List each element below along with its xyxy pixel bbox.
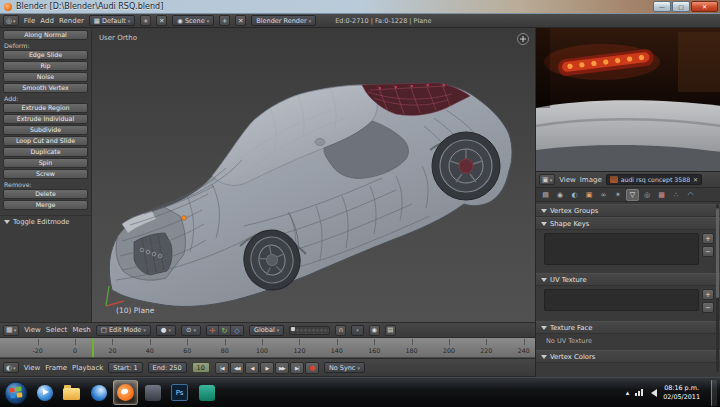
timeline-menu-playback[interactable]: Playback xyxy=(72,364,103,372)
panel-vertex-colors[interactable]: Vertex Colors xyxy=(536,350,720,363)
orientation-selector[interactable]: Global▾ xyxy=(249,325,284,336)
uv-texture-list[interactable] xyxy=(544,289,699,311)
tool-edge-slide[interactable]: Edge Slide xyxy=(3,50,88,60)
tool-extrude-individual[interactable]: Extrude Individual xyxy=(3,114,88,124)
render-opengl-icon[interactable]: ◉ xyxy=(369,325,380,336)
tab-constraints-icon[interactable]: ∞ xyxy=(597,189,610,201)
taskbar-app-viewer[interactable] xyxy=(140,380,165,405)
end-frame-field[interactable]: End: 250 xyxy=(148,362,187,373)
image-editor-type-icon[interactable]: ▣▾ xyxy=(539,174,555,185)
timeline-menu-view[interactable]: View xyxy=(24,364,41,372)
tab-physics-icon[interactable]: ◠ xyxy=(684,189,697,201)
close-button[interactable]: ✕ xyxy=(691,1,718,12)
3d-viewport[interactable]: User Ortho (10) Plane xyxy=(92,28,535,322)
jump-to-start-button[interactable]: |◀ xyxy=(215,362,229,374)
render-engine-selector[interactable]: Blender Render▾ xyxy=(251,15,316,26)
panel-scrollbar[interactable] xyxy=(716,204,719,372)
uv-remove-button[interactable]: − xyxy=(702,302,714,313)
show-desktop-button[interactable] xyxy=(711,380,717,406)
layout-delete-button[interactable]: ✕ xyxy=(156,15,167,26)
tab-particles-icon[interactable]: ∴ xyxy=(670,189,683,201)
tab-texture-icon[interactable]: ▩ xyxy=(655,189,668,201)
record-button[interactable]: ● xyxy=(305,362,319,374)
timeline-ruler[interactable]: -20 0 20 40 60 80 100 120 140 160 180 20… xyxy=(0,338,535,358)
current-frame-indicator[interactable] xyxy=(92,338,94,358)
taskbar-app-browser[interactable] xyxy=(86,380,111,405)
info-editor-type-icon[interactable]: ◎▾ xyxy=(3,15,19,26)
scene-selector[interactable]: ◉Scene▾ xyxy=(172,15,214,26)
panel-shape-keys[interactable]: Shape Keys xyxy=(536,217,720,230)
jump-to-end-button[interactable]: ▶| xyxy=(290,362,304,374)
start-frame-field[interactable]: Start: 1 xyxy=(108,362,142,373)
tab-object-data-icon[interactable]: ▽ xyxy=(626,189,639,201)
unlink-icon[interactable]: ✕ xyxy=(693,176,698,183)
tool-duplicate[interactable]: Duplicate xyxy=(3,147,88,157)
taskbar-app-photoshop[interactable]: Ps xyxy=(167,380,192,405)
tool-along-normal[interactable]: Along Normal xyxy=(3,30,88,40)
prev-keyframe-button[interactable]: ◀◀ xyxy=(230,362,244,374)
timeline-editor-type-icon[interactable]: ◐▾ xyxy=(3,362,19,373)
taskbar-app-explorer[interactable] xyxy=(59,380,84,405)
scale-manipulator-icon[interactable]: ◇ xyxy=(231,326,243,335)
view3d-menu-mesh[interactable]: Mesh xyxy=(72,326,90,334)
taskbar-app-blender[interactable] xyxy=(113,380,138,405)
scene-delete-button[interactable]: ✕ xyxy=(235,15,246,26)
window-titlebar[interactable]: Blender [D:\Blender\Audi RSQ.blend] — ▢ … xyxy=(0,0,720,14)
shape-keys-list[interactable] xyxy=(544,233,699,265)
tool-extrude-region[interactable]: Extrude Region xyxy=(3,103,88,113)
image-datablock-field[interactable]: audi rsq concept 3588 ✕ xyxy=(606,174,702,185)
rotate-manipulator-icon[interactable]: ↻ xyxy=(219,326,231,335)
menu-add[interactable]: Add xyxy=(40,17,54,25)
tool-subdivide[interactable]: Subdivide xyxy=(3,125,88,135)
network-icon[interactable] xyxy=(635,388,645,397)
tab-scene-icon[interactable]: ◉ xyxy=(554,189,567,201)
timeline-menu-frame[interactable]: Frame xyxy=(45,364,67,372)
tool-loop-cut[interactable]: Loop Cut and Slide xyxy=(3,136,88,146)
snap-magnet-icon[interactable]: ∩ xyxy=(335,325,346,336)
image-menu-view[interactable]: View xyxy=(559,176,576,184)
taskbar-app-utility[interactable] xyxy=(194,380,219,405)
current-frame-field[interactable]: 10 xyxy=(192,362,210,373)
viewport-canvas[interactable] xyxy=(92,28,535,322)
tool-spin[interactable]: Spin xyxy=(3,158,88,168)
shape-key-add-button[interactable]: + xyxy=(702,233,714,244)
layers-widget[interactable] xyxy=(289,326,330,335)
next-keyframe-button[interactable]: ▶▶ xyxy=(275,362,289,374)
tab-render-icon[interactable]: ▤ xyxy=(539,189,552,201)
tool-screw[interactable]: Screw xyxy=(3,169,88,179)
pivot-point-selector[interactable]: ⊙▾ xyxy=(181,325,201,336)
menu-render[interactable]: Render xyxy=(59,17,84,25)
render-anim-icon[interactable]: ▤ xyxy=(385,325,396,336)
screen-layout-selector[interactable]: ▦Default▾ xyxy=(89,15,135,26)
tool-rip[interactable]: Rip xyxy=(3,61,88,71)
tool-delete[interactable]: Delete xyxy=(3,189,88,199)
reference-image[interactable] xyxy=(536,28,720,172)
image-menu-image[interactable]: Image xyxy=(580,176,602,184)
tab-object-icon[interactable]: ▣ xyxy=(583,189,596,201)
view3d-menu-select[interactable]: Select xyxy=(46,326,68,334)
play-reverse-button[interactable]: ◀ xyxy=(245,362,259,374)
tray-expand-icon[interactable]: ▴ xyxy=(626,389,630,397)
scene-add-button[interactable]: + xyxy=(219,15,230,26)
snap-element-selector[interactable]: ▾ xyxy=(351,325,364,336)
view3d-menu-view[interactable]: View xyxy=(24,326,41,334)
minimize-button[interactable]: — xyxy=(653,1,671,12)
maximize-button[interactable]: ▢ xyxy=(672,1,690,12)
panel-texture-face[interactable]: Texture Face xyxy=(536,321,720,334)
shape-key-remove-button[interactable]: − xyxy=(702,246,714,257)
tab-world-icon[interactable]: ◐ xyxy=(568,189,581,201)
view3d-editor-type-icon[interactable]: ▦▾ xyxy=(3,325,19,336)
viewport-shading-selector[interactable]: ●▾ xyxy=(156,325,176,336)
play-button[interactable]: ▶ xyxy=(260,362,274,374)
translate-manipulator-icon[interactable]: ✛ xyxy=(207,326,219,335)
sync-mode-selector[interactable]: No Sync▾ xyxy=(324,362,365,373)
uv-add-button[interactable]: + xyxy=(702,289,714,300)
tool-noise[interactable]: Noise xyxy=(3,72,88,82)
toggle-editmode-panel[interactable]: Toggle Editmode xyxy=(0,215,91,228)
tab-material-icon[interactable]: ◎ xyxy=(641,189,654,201)
panel-vertex-groups[interactable]: Vertex Groups xyxy=(536,204,720,217)
tool-merge[interactable]: Merge xyxy=(3,200,88,210)
mode-selector[interactable]: ▢Edit Mode▾ xyxy=(96,325,151,336)
region-expand-button[interactable] xyxy=(518,34,529,45)
tab-modifiers-icon[interactable]: ✶ xyxy=(612,189,625,201)
